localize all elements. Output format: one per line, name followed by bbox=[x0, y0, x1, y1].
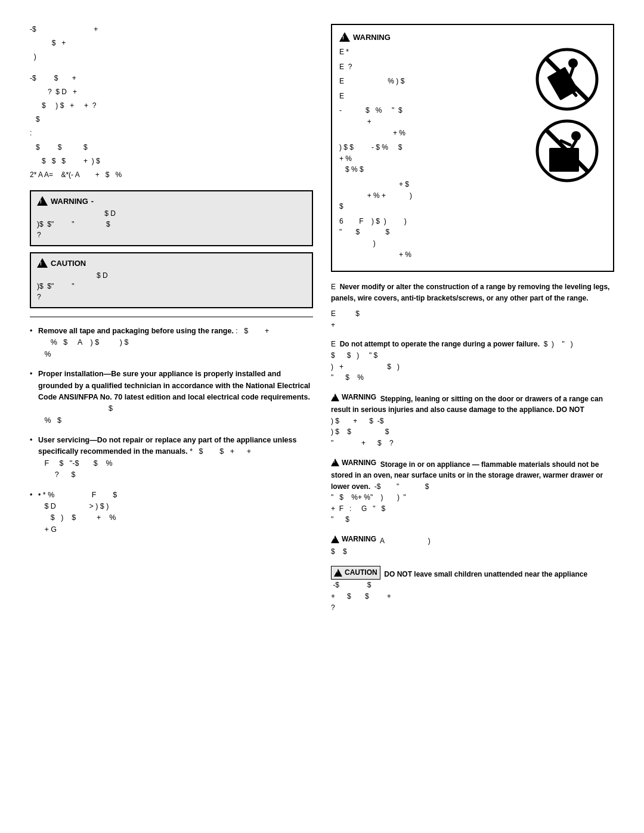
stepping-warning-label: WARNING bbox=[331, 392, 376, 403]
stepping-warning-block: WARNING Stepping, leaning or sitting on … bbox=[331, 392, 614, 449]
bullet-section: Remove all tape and packaging before usi… bbox=[30, 326, 313, 535]
divider-left bbox=[30, 317, 313, 317]
right-warning-triangle-icon bbox=[339, 32, 350, 42]
warning-dash: - bbox=[91, 197, 94, 206]
warning-a-word: WARNING bbox=[342, 534, 376, 545]
cb1: $ D bbox=[37, 270, 306, 281]
wb1: $ D bbox=[37, 208, 306, 219]
lm4: $ bbox=[30, 114, 313, 125]
stepping-tri-icon bbox=[331, 394, 339, 401]
right-sections: E Never modify or alter the construction… bbox=[331, 281, 614, 613]
caution-text-label: CAUTION bbox=[51, 259, 86, 268]
lm3: $ ) $ + + ? bbox=[30, 100, 313, 112]
right-column: WARNING E * E ? E % ) $ E - $ % " $ + + … bbox=[331, 24, 614, 621]
right-warning-label: WARNING bbox=[339, 32, 391, 42]
never-modify-strong: Never modify or alter the construction o… bbox=[331, 283, 609, 302]
bullet-strong-servicing: User servicing—Do not repair or replace … bbox=[38, 436, 296, 456]
right-warning-box: WARNING E * E ? E % ) $ E - $ % " $ + + … bbox=[331, 24, 614, 272]
bullet-item-installation: Proper installation—Be sure your applian… bbox=[30, 368, 313, 426]
wb3: ? bbox=[37, 230, 306, 240]
no-climb-icon bbox=[534, 118, 600, 184]
storage-text: WARNING Storage in or on appliance — fla… bbox=[331, 457, 614, 525]
rwt5: - $ % " $ + + % bbox=[339, 105, 522, 138]
warning-box-content: $ D )$ $" " $ ? bbox=[37, 208, 306, 240]
caution-children-strong: DO NOT leave small children unattended n… bbox=[384, 570, 587, 578]
warning-a-block: WARNING A ) $ $ bbox=[331, 534, 614, 558]
rwt6: ) $ $ - $ % $+ % $ % $ bbox=[339, 142, 522, 175]
bullet-item-tape: Remove all tape and packaging before usi… bbox=[30, 326, 313, 360]
stepping-warning-word: WARNING bbox=[342, 392, 376, 403]
caution-label: CAUTION bbox=[37, 258, 86, 268]
lm2: ? $ D + bbox=[30, 86, 313, 98]
line1: -$ + bbox=[30, 24, 313, 35]
e-line: E $+ bbox=[331, 308, 614, 330]
line2: $ + bbox=[30, 38, 313, 49]
warning-text-label: WARNING bbox=[51, 197, 88, 206]
stepping-text: WARNING Stepping, leaning or sitting on … bbox=[331, 392, 614, 449]
line3: ) bbox=[30, 51, 313, 63]
lm6: $ $ $ bbox=[30, 142, 313, 153]
bullet-list: Remove all tape and packaging before usi… bbox=[30, 326, 313, 535]
rwt3: E % ) $ bbox=[339, 76, 522, 87]
bullet-item-misc: • * % F $ $ D > ) $ ) $ ) $ + % + G bbox=[30, 490, 313, 536]
caution-children-block: CAUTION DO NOT leave small children unat… bbox=[331, 566, 614, 613]
caution-children-word: CAUTION bbox=[345, 567, 377, 578]
storage-warning-block: WARNING Storage in or on appliance — fla… bbox=[331, 457, 614, 525]
rwt7: + $ + % + )$ bbox=[339, 179, 522, 212]
caution-box-left: CAUTION $ D )$ $" " ? bbox=[30, 252, 313, 308]
rwt1: E * bbox=[339, 47, 522, 58]
lm1: -$ $ + bbox=[30, 73, 313, 84]
power-failure-strong: Do not attempt to operate the range duri… bbox=[340, 340, 540, 348]
rwt4: E bbox=[339, 91, 522, 102]
storage-warning-word: WARNING bbox=[342, 457, 376, 469]
caution-box-content: $ D )$ $" " ? bbox=[37, 270, 306, 302]
warning-a-tri-icon bbox=[331, 535, 339, 543]
wb2: )$ $" " $ bbox=[37, 219, 306, 230]
caution-children-tri-icon bbox=[334, 569, 342, 577]
top-left-text: -$ + $ + ) bbox=[30, 24, 313, 63]
caution-children-text: CAUTION DO NOT leave small children unat… bbox=[331, 566, 614, 613]
caution-triangle-icon bbox=[37, 258, 48, 268]
left-mid-text: -$ $ + ? $ D + $ ) $ + + ? $ : $ $ $ $ $… bbox=[30, 73, 313, 181]
warning-box-left: WARNING - $ D )$ $" " $ ? bbox=[30, 190, 313, 246]
storage-tri-icon bbox=[331, 459, 339, 466]
left-column: -$ + $ + ) -$ $ + ? $ D + $ ) $ + + ? $ … bbox=[30, 24, 313, 621]
lm5: : bbox=[30, 128, 313, 139]
cb2: )$ $" " bbox=[37, 281, 306, 292]
bullet-strong-installation: Proper installation—Be sure your applian… bbox=[38, 370, 310, 401]
power-failure-block: E Do not attempt to operate the range du… bbox=[331, 339, 614, 383]
right-icons-column bbox=[528, 47, 606, 264]
rwt8: 6 F ) $ ) )" $ $ ) + % bbox=[339, 216, 522, 260]
warning-label: WARNING - bbox=[37, 196, 94, 206]
rwt2: E ? bbox=[339, 61, 522, 73]
right-warning-text-label: WARNING bbox=[353, 33, 391, 42]
right-warning-content: E * E ? E % ) $ E - $ % " $ + + % ) $ $ … bbox=[339, 47, 606, 264]
warning-a-text: WARNING A ) $ $ bbox=[331, 534, 614, 558]
right-warning-text: E * E ? E % ) $ E - $ % " $ + + % ) $ $ … bbox=[339, 47, 522, 264]
lm7: $ $ $ + ) $ bbox=[30, 156, 313, 167]
bullet-item-servicing: User servicing—Do not repair or replace … bbox=[30, 435, 313, 481]
no-tip-icon bbox=[534, 47, 600, 112]
bullet-strong-tape: Remove all tape and packaging before usi… bbox=[38, 327, 234, 335]
warning-triangle-icon bbox=[37, 196, 48, 206]
storage-warning-label: WARNING bbox=[331, 457, 376, 469]
page-layout: -$ + $ + ) -$ $ + ? $ D + $ ) $ + + ? $ … bbox=[30, 24, 614, 621]
lm8: 2* A A= &*(- A + $ % bbox=[30, 169, 313, 181]
warning-a-label: WARNING bbox=[331, 534, 376, 545]
cb3: ? bbox=[37, 292, 306, 302]
power-failure-text: E Do not attempt to operate the range du… bbox=[331, 339, 614, 383]
caution-children-label: CAUTION bbox=[331, 566, 380, 580]
never-modify-block: E Never modify or alter the construction… bbox=[331, 281, 614, 330]
never-modify-text: E Never modify or alter the construction… bbox=[331, 281, 614, 304]
